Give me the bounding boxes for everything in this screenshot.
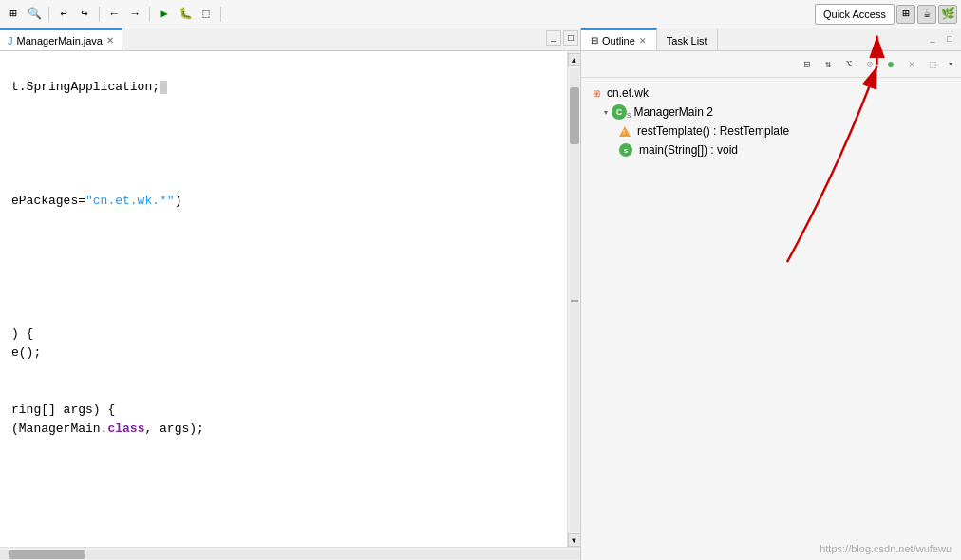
code-line-14 — [11, 306, 556, 325]
dot-indicator: ● — [881, 55, 900, 74]
public-method-icon: s — [619, 143, 632, 157]
toolbar-icon-back[interactable]: ↩ — [54, 5, 73, 24]
h-scrollbar-thumb[interactable] — [9, 550, 85, 559]
tree-item-class[interactable]: ▾ C s ManagerMain 2 — [585, 103, 957, 121]
toolbar-icon-java[interactable]: ☕ — [917, 5, 936, 24]
code-line-21 — [11, 439, 556, 457]
hide-static-btn[interactable]: ⬚ — [923, 55, 942, 74]
editor-tab-controls: _ □ — [546, 30, 578, 46]
panel-controls: _ □ — [925, 32, 957, 47]
code-line-20: (ManagerMain.class, args); — [11, 420, 556, 439]
vertical-scrollbar[interactable]: ▲ ▼ — [567, 51, 580, 547]
editor-pane: J ManagerMain.java ✕ _ □ t.SpringApplica… — [0, 28, 581, 560]
scrollbar-track — [570, 68, 579, 532]
outline-dropdown[interactable]: ▾ — [944, 55, 957, 74]
rest-template-label: restTemplate() : RestTemplate — [637, 124, 789, 138]
warning-icon: ! — [619, 126, 631, 137]
code-line-18 — [11, 382, 556, 401]
toolbar-separator-4 — [220, 7, 221, 22]
code-line-1 — [11, 59, 556, 78]
outline-tab-label: Outline — [602, 35, 635, 47]
scrollbar-up-arrow[interactable]: ▲ — [568, 53, 581, 66]
toolbar-icon-1[interactable]: ⊞ — [4, 5, 23, 24]
code-line-2: t.SpringApplication; — [11, 78, 556, 97]
scrollbar-thumb[interactable] — [570, 87, 579, 144]
editor-tab-bar: J ManagerMain.java ✕ _ □ — [0, 28, 580, 51]
code-line-19: ring[] args) { — [11, 401, 556, 420]
hide-fields-btn[interactable]: ⊘ — [860, 55, 879, 74]
code-line-4 — [11, 116, 556, 135]
tree-item-rest-template[interactable]: ! restTemplate() : RestTemplate — [585, 121, 957, 140]
tab-task-list[interactable]: Task List — [657, 28, 718, 50]
class-annotation-s: s — [627, 110, 631, 120]
tab-maximize-btn[interactable]: □ — [563, 30, 578, 46]
top-toolbar: ⊞ 🔍 ↩ ↪ ← → ▶ 🐛 ⬚ Quick Access ⊞ ☕ 🌿 — [0, 0, 961, 28]
code-line-12 — [11, 268, 556, 287]
panel-tabs: ⊟ Outline ✕ Task List — [581, 28, 718, 50]
outline-tree: ⊞ cn.et.wk ▾ C s ManagerMain 2 ! restTem… — [581, 78, 961, 560]
toolbar-icon-run[interactable]: ▶ — [155, 5, 174, 24]
cross-btn[interactable]: ✕ — [902, 55, 921, 74]
main-method-label: main(String[]) : void — [639, 143, 738, 157]
code-line-13 — [11, 287, 556, 306]
toolbar-separator-2 — [99, 7, 100, 22]
toolbar-icon-perspective[interactable]: ⊞ — [896, 5, 915, 24]
code-line-11 — [11, 249, 556, 268]
toolbar-icon-spring[interactable]: 🌿 — [938, 5, 957, 24]
editor-tab-close[interactable]: ✕ — [106, 35, 114, 46]
panel-minimize-btn[interactable]: _ — [925, 32, 940, 47]
collapse-all-btn[interactable]: ⊟ — [798, 55, 817, 74]
toolbar-icon-redo[interactable]: → — [125, 5, 144, 24]
horizontal-scrollbar[interactable] — [0, 547, 580, 560]
toolbar-icon-2[interactable]: 🔍 — [25, 5, 44, 24]
scrollbar-down-arrow[interactable]: ▼ — [568, 533, 581, 547]
scrollbar-marker — [571, 300, 578, 302]
toolbar-separator-1 — [48, 7, 49, 22]
code-line-10 — [11, 230, 556, 249]
code-line-3 — [11, 97, 556, 116]
expand-arrow-class[interactable]: ▾ — [604, 108, 608, 117]
outline-tab-icon: ⊟ — [591, 35, 598, 46]
task-list-tab-label: Task List — [667, 35, 707, 47]
panel-tab-bar: ⊟ Outline ✕ Task List _ □ — [581, 28, 961, 51]
panel-maximize-btn[interactable]: □ — [942, 32, 957, 47]
toolbar-icon-undo[interactable]: ← — [104, 5, 123, 24]
code-line-16: e(); — [11, 344, 556, 363]
toolbar-left: ⊞ 🔍 ↩ ↪ ← → ▶ 🐛 ⬚ — [4, 5, 224, 24]
class-label: ManagerMain 2 — [634, 105, 713, 119]
outline-tab-close[interactable]: ✕ — [639, 36, 647, 46]
watermark: https://blog.csdn.net/wufewu — [820, 543, 952, 554]
code-line-17 — [11, 363, 556, 382]
h-scrollbar-inner — [0, 550, 580, 559]
right-panel: ⊟ Outline ✕ Task List _ □ ⊟ ⇅ ⌥ ⊘ ● ✕ ⬚ … — [581, 28, 961, 560]
main-area: J ManagerMain.java ✕ _ □ t.SpringApplica… — [0, 28, 961, 560]
package-icon: ⊞ — [589, 85, 604, 101]
code-line-7 — [11, 173, 556, 192]
sort-alpha-btn[interactable]: ⇅ — [819, 55, 838, 74]
code-content: t.SpringApplication; ePackages="cn.et.wk… — [0, 51, 567, 547]
tree-item-package[interactable]: ⊞ cn.et.wk — [585, 84, 957, 103]
code-line-15: ) { — [11, 325, 556, 344]
code-area: t.SpringApplication; ePackages="cn.et.wk… — [0, 51, 580, 547]
toolbar-separator-3 — [149, 7, 150, 22]
toolbar-icon-debug[interactable]: 🐛 — [176, 5, 195, 24]
editor-tab-manager-main[interactable]: J ManagerMain.java ✕ — [0, 28, 122, 50]
outline-toolbar: ⊟ ⇅ ⌥ ⊘ ● ✕ ⬚ ▾ — [581, 51, 961, 78]
package-label: cn.et.wk — [607, 86, 649, 100]
tree-item-main[interactable]: s main(String[]) : void — [585, 140, 957, 159]
code-line-9 — [11, 211, 556, 230]
code-line-8: ePackages="cn.et.wk.*") — [11, 192, 556, 211]
tab-outline[interactable]: ⊟ Outline ✕ — [581, 28, 657, 50]
toolbar-icon-5[interactable]: ⬚ — [197, 5, 216, 24]
editor-tab-label: ManagerMain.java — [17, 35, 104, 47]
toolbar-right: Quick Access ⊞ ☕ 🌿 — [815, 4, 957, 25]
tab-minimize-btn[interactable]: _ — [546, 30, 561, 46]
code-line-6 — [11, 154, 556, 173]
filter-btn[interactable]: ⌥ — [839, 55, 858, 74]
quick-access-button[interactable]: Quick Access — [815, 4, 895, 25]
code-line-5 — [11, 135, 556, 154]
tab-java-icon: J — [8, 35, 13, 47]
toolbar-icon-forward[interactable]: ↪ — [75, 5, 94, 24]
class-springboot-icon: C — [612, 104, 627, 120]
